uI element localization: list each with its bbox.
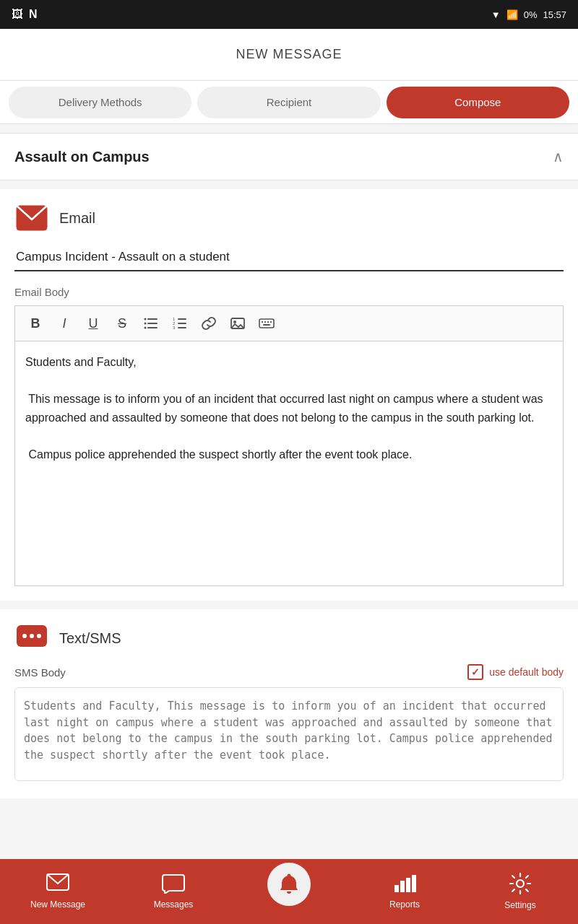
svg-point-31 bbox=[517, 880, 524, 887]
new-message-icon bbox=[46, 873, 69, 897]
keyboard-button[interactable] bbox=[252, 310, 281, 336]
reports-nav-icon bbox=[393, 873, 416, 894]
svg-rect-15 bbox=[259, 319, 274, 328]
tab-bar: Delivery Methods Recipient Compose bbox=[0, 81, 578, 124]
sms-default-row: ✓ use default body bbox=[467, 664, 564, 680]
svg-rect-17 bbox=[264, 321, 266, 323]
new-message-nav-icon bbox=[46, 873, 69, 894]
nav-new-message[interactable]: New Message bbox=[0, 859, 116, 924]
chevron-up-icon[interactable]: ∧ bbox=[553, 148, 564, 165]
underline-button[interactable]: U bbox=[79, 310, 108, 336]
email-section: Email Email Body B I U S bbox=[0, 189, 578, 601]
svg-rect-27 bbox=[394, 885, 399, 892]
bottom-nav: New Message Messages Reports bbox=[0, 859, 578, 924]
svg-rect-20 bbox=[263, 324, 270, 326]
svg-rect-8 bbox=[178, 323, 186, 324]
settings-nav-icon bbox=[509, 873, 531, 894]
bell-icon bbox=[277, 873, 301, 896]
nav-settings[interactable]: Settings bbox=[462, 859, 578, 924]
svg-point-6 bbox=[144, 327, 147, 329]
sms-label: Text/SMS bbox=[59, 630, 121, 647]
unordered-list-icon bbox=[143, 315, 159, 331]
clock: 15:57 bbox=[543, 9, 566, 20]
sms-body-label: SMS Body bbox=[14, 666, 66, 679]
email-label: Email bbox=[59, 210, 95, 227]
strikethrough-button[interactable]: S bbox=[108, 310, 137, 336]
svg-point-4 bbox=[144, 318, 147, 321]
email-subject-input[interactable] bbox=[14, 244, 564, 271]
nav-settings-label: Settings bbox=[504, 900, 535, 910]
svg-rect-1 bbox=[147, 318, 158, 320]
use-default-label: use default body bbox=[489, 666, 564, 678]
status-bar: 🖼 N ▼ 📶 0% 15:57 bbox=[0, 0, 578, 29]
image-button[interactable] bbox=[223, 310, 252, 336]
italic-button[interactable]: I bbox=[50, 310, 79, 336]
image-icon bbox=[230, 315, 246, 331]
settings-icon bbox=[509, 873, 531, 897]
svg-point-5 bbox=[144, 323, 147, 325]
link-button[interactable] bbox=[194, 310, 223, 336]
section-header: Assault on Campus ∧ bbox=[0, 133, 578, 180]
svg-rect-2 bbox=[147, 323, 158, 324]
tab-compose[interactable]: Compose bbox=[387, 87, 569, 118]
top-header: NEW MESSAGE bbox=[0, 29, 578, 81]
sms-icon-wrap bbox=[14, 624, 49, 653]
signal-icon: 📶 bbox=[506, 9, 518, 20]
svg-rect-19 bbox=[270, 321, 272, 323]
svg-point-14 bbox=[233, 321, 236, 323]
svg-point-22 bbox=[22, 634, 27, 638]
svg-point-23 bbox=[30, 634, 34, 638]
email-icon bbox=[16, 205, 48, 231]
nav-messages-label: Messages bbox=[154, 899, 194, 910]
svg-point-26 bbox=[288, 874, 291, 878]
svg-rect-30 bbox=[412, 875, 416, 892]
nav-bell[interactable] bbox=[231, 859, 347, 924]
app-icon-n: N bbox=[29, 8, 38, 21]
tab-recipient[interactable]: Recipient bbox=[197, 87, 380, 118]
section-title: Assault on Campus bbox=[14, 149, 150, 165]
nav-reports-label: Reports bbox=[389, 899, 420, 910]
use-default-checkbox[interactable]: ✓ bbox=[467, 664, 483, 680]
main-content: Assault on Campus ∧ Email Email Body B I… bbox=[0, 124, 578, 888]
svg-rect-29 bbox=[406, 878, 410, 892]
svg-text:3: 3 bbox=[173, 326, 176, 330]
svg-rect-28 bbox=[400, 881, 405, 892]
svg-rect-7 bbox=[178, 318, 186, 320]
sms-section: Text/SMS SMS Body ✓ use default body bbox=[0, 609, 578, 798]
nav-messages[interactable]: Messages bbox=[116, 859, 231, 924]
sms-body-textarea[interactable] bbox=[14, 687, 564, 781]
svg-rect-3 bbox=[147, 327, 158, 328]
bold-button[interactable]: B bbox=[21, 310, 50, 336]
battery-percent: 0% bbox=[524, 9, 538, 20]
page-title: NEW MESSAGE bbox=[236, 47, 342, 62]
svg-rect-16 bbox=[262, 321, 263, 323]
nav-reports[interactable]: Reports bbox=[347, 859, 462, 924]
reports-icon bbox=[393, 873, 416, 897]
email-body-label: Email Body bbox=[14, 286, 564, 298]
editor-toolbar: B I U S 1 2 bbox=[14, 305, 564, 341]
svg-point-24 bbox=[37, 634, 41, 638]
bell-button[interactable] bbox=[267, 863, 311, 906]
status-bar-left: 🖼 N bbox=[12, 8, 38, 21]
email-body-editor[interactable]: Students and Faculty, This message is to… bbox=[14, 341, 564, 586]
email-icon-wrap bbox=[14, 204, 49, 232]
sms-header: Text/SMS bbox=[14, 624, 564, 653]
unordered-list-button[interactable] bbox=[137, 310, 165, 336]
svg-rect-9 bbox=[178, 327, 186, 328]
tab-delivery-methods[interactable]: Delivery Methods bbox=[9, 87, 191, 118]
keyboard-icon bbox=[259, 315, 275, 331]
email-body-text: Students and Faculty, This message is to… bbox=[25, 356, 543, 461]
sms-icon bbox=[16, 624, 48, 652]
app-icon-gallery: 🖼 bbox=[12, 8, 23, 21]
nav-new-message-label: New Message bbox=[30, 899, 85, 910]
svg-rect-18 bbox=[267, 321, 269, 323]
sms-body-row: SMS Body ✓ use default body bbox=[14, 664, 564, 680]
ordered-list-button[interactable]: 1 2 3 bbox=[165, 310, 194, 336]
ordered-list-icon: 1 2 3 bbox=[172, 315, 188, 331]
messages-nav-icon bbox=[162, 873, 185, 894]
email-header: Email bbox=[14, 204, 564, 232]
wifi-icon: ▼ bbox=[491, 9, 501, 20]
messages-icon bbox=[162, 873, 185, 897]
status-bar-right: ▼ 📶 0% 15:57 bbox=[491, 9, 566, 20]
checkmark-icon: ✓ bbox=[471, 666, 480, 678]
